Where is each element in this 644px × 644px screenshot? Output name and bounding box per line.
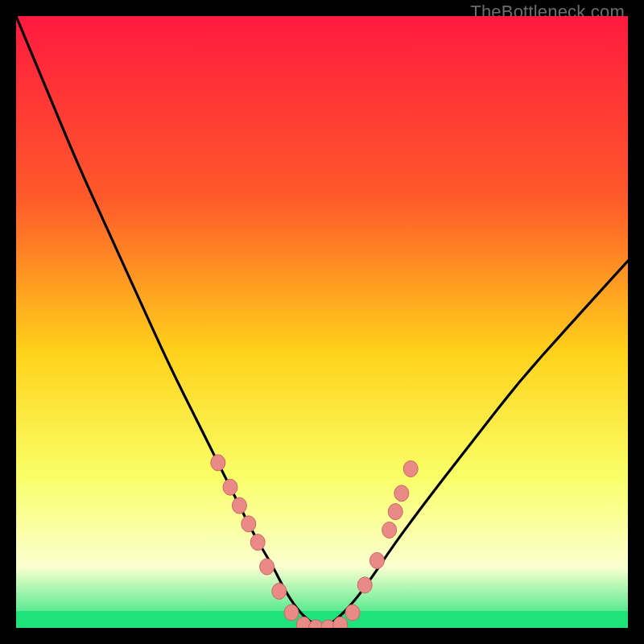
- marker-dot: [272, 583, 287, 599]
- marker-dot: [260, 559, 275, 575]
- marker-dot: [403, 460, 418, 477]
- marker-dot: [242, 516, 256, 532]
- bottleneck-chart: [16, 16, 628, 628]
- marker-dot: [232, 497, 246, 514]
- chart-frame: [16, 16, 628, 628]
- marker-dot: [394, 485, 409, 502]
- marker-dot: [223, 479, 237, 495]
- marker-dot: [382, 522, 397, 538]
- marker-dot: [369, 552, 384, 568]
- marker-dot: [345, 605, 360, 621]
- marker-dot: [250, 535, 265, 551]
- marker-dot: [284, 605, 299, 621]
- gradient-background: [16, 16, 628, 628]
- marker-dot: [388, 504, 402, 520]
- marker-dot: [357, 577, 372, 593]
- marker-dot: [211, 455, 225, 471]
